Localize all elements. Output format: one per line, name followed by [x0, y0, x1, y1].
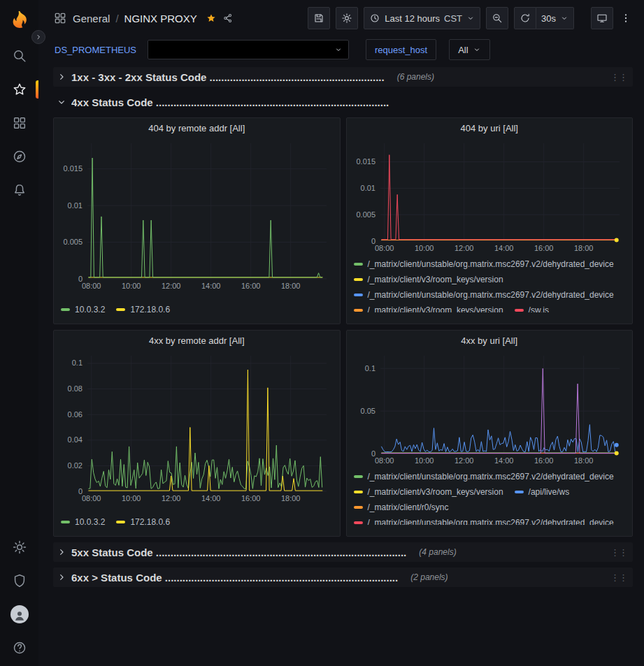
refresh-button[interactable] [514, 7, 536, 29]
time-series-chart[interactable]: 00.0050.010.01508:0010:0012:0014:0016:00… [59, 138, 334, 291]
legend-item[interactable]: /_matrix/client/unstable/org.matrix.msc2… [354, 515, 614, 525]
share-icon[interactable] [222, 13, 234, 24]
x-axis-label: 12:00 [162, 282, 181, 290]
zoom-out-time-button[interactable] [486, 7, 508, 29]
clock-icon [369, 13, 380, 24]
refresh-interval-label: 30s [541, 13, 556, 24]
legend-item[interactable]: /_matrix/client/unstable/org.matrix.msc2… [354, 469, 614, 484]
legend-swatch [354, 521, 363, 524]
gear-icon [341, 13, 352, 24]
y-axis-label: 0.005 [356, 210, 375, 219]
sidebar-item-help[interactable] [0, 631, 38, 665]
row-5xx[interactable]: 5xx Status Code ........................… [53, 542, 633, 562]
legend-label: /_matrix/client/unstable/org.matrix.msc2… [368, 259, 614, 269]
sidebar-item-configuration[interactable] [0, 530, 38, 564]
panel-title[interactable]: 404 by uri [All] [347, 118, 633, 136]
x-axis-label: 14:00 [201, 494, 221, 502]
variable-label-request-host[interactable]: request_host [366, 39, 436, 60]
sidebar [0, 0, 38, 666]
x-axis-label: 08:00 [374, 244, 394, 252]
chevron-right-icon [56, 572, 67, 583]
breadcrumb-folder[interactable]: General [73, 13, 110, 24]
legend-item[interactable]: 172.18.0.6 [116, 514, 170, 530]
sidebar-item-server-admin[interactable] [0, 564, 38, 598]
series-line [381, 155, 615, 240]
row-6xx[interactable]: 6xx > Status Code ......................… [53, 567, 633, 587]
panel-4xx-by-remote-addr: 4xx by remote addr [All] 00.020.040.060.… [53, 330, 341, 537]
chevron-right-icon [34, 33, 43, 41]
legend-item[interactable]: 10.0.3.2 [61, 302, 105, 317]
legend-label: /_matrix/client/unstable/org.matrix.msc2… [368, 290, 614, 300]
legend-label: 172.18.0.6 [130, 517, 170, 527]
row-1xx-3xx-2xx[interactable]: 1xx - 3xx - 2xx Status Code ............… [53, 67, 633, 87]
variable-label-ds-prometheus[interactable]: DS_PROMETHEUS [53, 45, 141, 55]
time-series-chart[interactable]: 00.020.040.060.080.108:0010:0012:0014:00… [59, 350, 334, 504]
row-panel-count: (6 panels) [397, 72, 434, 82]
legend-swatch [61, 308, 70, 311]
time-range-label: Last 12 hours [385, 13, 440, 24]
time-series-chart[interactable]: 00.050.108:0010:0012:0014:0016:0018:00 [352, 350, 627, 466]
sidebar-item-explore[interactable] [0, 140, 38, 173]
panel-title[interactable]: 404 by remote addr [All] [54, 118, 340, 136]
time-series-chart[interactable]: 00.0050.010.01508:0010:0012:0014:0016:00… [352, 138, 627, 254]
row-4xx[interactable]: 4xx Status Code ........................… [53, 92, 633, 112]
legend-item[interactable]: /_matrix/client/r0/sync [354, 500, 449, 515]
panel-title[interactable]: 4xx by remote addr [All] [54, 331, 340, 349]
grafana-flame-icon [9, 9, 30, 30]
legend-swatch [354, 294, 363, 296]
legend-item[interactable]: /api/live/ws [515, 484, 570, 500]
y-axis-label: 0.02 [68, 461, 83, 470]
x-axis-label: 18:00 [573, 456, 593, 465]
sidebar-item-alerting[interactable] [0, 173, 38, 207]
legend-swatch [515, 491, 524, 493]
request-host-label: request_host [375, 45, 427, 55]
cycle-view-mode-button[interactable] [591, 7, 613, 29]
request-host-select[interactable]: All [449, 39, 489, 60]
x-axis-label: 18:00 [281, 282, 301, 290]
legend-swatch [61, 521, 70, 523]
x-axis-label: 14:00 [201, 282, 221, 290]
legend-item[interactable]: /sw.js [515, 303, 549, 312]
sidebar-item-search[interactable] [0, 39, 38, 73]
sidebar-item-starred[interactable] [0, 73, 38, 106]
more-options-button[interactable] [619, 7, 633, 29]
x-axis-label: 10:00 [122, 494, 141, 502]
x-axis-label: 16:00 [534, 244, 553, 252]
datasource-select[interactable] [148, 40, 349, 59]
row-drag-handle[interactable]: ⋮⋮ [610, 72, 627, 82]
x-axis-label: 10:00 [122, 282, 141, 290]
legend-item[interactable]: /_matrix/client/v3/room_keys/version [354, 303, 503, 312]
request-host-value: All [458, 45, 468, 55]
sidebar-expand-toggle[interactable] [31, 30, 45, 44]
legend-item[interactable]: 172.18.0.6 [116, 302, 170, 317]
legend-item[interactable]: /_matrix/client/v3/room_keys/version [354, 272, 503, 287]
person-icon [13, 609, 27, 623]
legend-item[interactable]: /_matrix/client/unstable/org.matrix.msc2… [354, 287, 614, 303]
save-dashboard-button[interactable] [308, 7, 330, 29]
legend-item[interactable]: /_matrix/client/v3/room_keys/version [354, 484, 503, 500]
shield-icon [12, 573, 27, 588]
legend-item[interactable]: 10.0.3.2 [61, 514, 105, 530]
compass-icon [12, 149, 27, 164]
time-range-picker[interactable]: Last 12 hours CST [364, 7, 480, 29]
dashboard-settings-button[interactable] [336, 7, 358, 29]
favorite-star-icon[interactable] [206, 13, 217, 24]
bell-icon [12, 182, 27, 198]
variables-row: DS_PROMETHEUS request_host All [38, 36, 644, 63]
row-title: 6xx > Status Code ......................… [71, 572, 398, 584]
sidebar-item-profile[interactable] [0, 598, 38, 631]
panel-title[interactable]: 4xx by uri [All] [347, 331, 633, 349]
legend-item[interactable]: /_matrix/client/unstable/org.matrix.msc2… [354, 256, 614, 272]
refresh-group: 30s [514, 7, 574, 29]
row-title: 5xx Status Code ........................… [71, 546, 406, 558]
panel-4xx-by-uri: 4xx by uri [All] 00.050.108:0010:0012:00… [346, 330, 634, 537]
dashboard-title[interactable]: NGINX PROXY [124, 13, 197, 24]
panel-404-by-uri: 404 by uri [All] 00.0050.010.01508:0010:… [346, 117, 634, 324]
row-drag-handle[interactable]: ⋮⋮ [610, 547, 627, 558]
topbar-actions: Last 12 hours CST 30s [308, 7, 633, 29]
sidebar-item-dashboards[interactable] [0, 106, 38, 140]
breadcrumb-separator: / [115, 13, 118, 24]
row-drag-handle[interactable]: ⋮⋮ [610, 572, 627, 583]
refresh-interval-picker[interactable]: 30s [536, 7, 574, 29]
legend-label: /_matrix/client/unstable/org.matrix.msc2… [368, 472, 614, 482]
